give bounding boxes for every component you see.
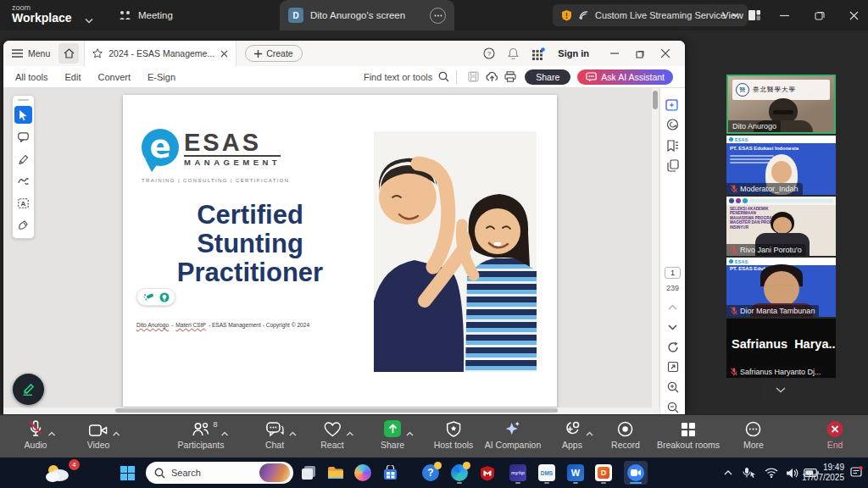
page-thumbnails-button[interactable] [664, 158, 682, 173]
nav-all-tools[interactable]: All tools [15, 72, 48, 82]
copilot-button[interactable] [351, 461, 375, 485]
save-button[interactable] [464, 69, 482, 86]
live-streaming-pill[interactable]: Custom Live Streaming Service [553, 4, 748, 26]
bookmarks-panel-button[interactable] [664, 138, 682, 152]
task-view-button[interactable] [297, 461, 320, 485]
brand-chevron-down-icon[interactable] [85, 12, 93, 27]
fit-page-button[interactable] [664, 360, 682, 374]
nav-convert[interactable]: Convert [98, 72, 131, 82]
myhp-button[interactable]: myhp [506, 461, 530, 485]
microsoft-store-button[interactable] [378, 461, 402, 485]
start-button[interactable] [115, 461, 139, 485]
tab-shared-screen[interactable]: D Dito Anurogo's screen [280, 0, 454, 30]
chat-button[interactable]: Chat [265, 419, 284, 450]
fill-sign-tool-button[interactable] [14, 216, 32, 234]
video-tile-moderator[interactable]: ESAS PT. ESAS Edukasi Indonesia Moderato… [726, 136, 836, 195]
ask-ai-assistant-button[interactable]: Ask AI Assistant [577, 69, 673, 85]
nav-esign[interactable]: E-Sign [147, 72, 175, 82]
ai-companion-button[interactable]: AI Companion [485, 419, 542, 450]
highlight-tool-button[interactable] [14, 150, 32, 168]
notification-center-button[interactable] [850, 466, 863, 479]
help-icon[interactable]: ? [483, 47, 495, 59]
zoom-in-button[interactable] [664, 380, 682, 395]
acrobat-close-button[interactable] [653, 41, 678, 66]
acrobat-share-button[interactable]: Share [525, 69, 570, 85]
draw-tool-button[interactable] [14, 172, 32, 190]
comment-tool-button[interactable] [14, 128, 32, 146]
acrobat-minimize-button[interactable] [602, 41, 627, 66]
window-close-button[interactable] [839, 0, 868, 30]
end-meeting-button[interactable]: End [827, 419, 843, 450]
rotate-page-button[interactable] [664, 341, 682, 355]
find-text-field[interactable]: Find text or tools [364, 71, 449, 82]
video-tile-safrianus[interactable]: Safrianus Harya... Safrianus Haryanto Dj… [726, 319, 836, 378]
participants-button[interactable]: 8 Participants [178, 419, 225, 450]
search-daily-image[interactable] [259, 463, 290, 482]
edge-browser-button[interactable] [448, 461, 471, 485]
select-tool-button[interactable] [14, 106, 32, 124]
collapse-video-strip-button[interactable] [761, 380, 800, 401]
comments-panel-button[interactable] [664, 119, 682, 133]
dms-button[interactable]: DMS [535, 461, 559, 485]
host-tools-button[interactable]: Host tools [434, 419, 474, 450]
vertical-scrollbar-thumb[interactable] [653, 91, 658, 109]
tab-close-icon[interactable] [220, 50, 228, 58]
tab-meeting[interactable]: Meeting [108, 0, 183, 30]
taskbar-clock[interactable]: 19:49 17/07/2025 [802, 463, 844, 483]
more-button[interactable]: More [743, 419, 764, 450]
breakout-rooms-button[interactable]: Breakout rooms [657, 419, 720, 450]
video-tile-dior[interactable]: ESAS PT. ESAS Edukasi Ind Dior Manta Tam… [726, 258, 836, 317]
zoom-out-button[interactable] [664, 400, 682, 414]
zoom-annotate-button[interactable] [13, 374, 44, 405]
acrobat-document-tab[interactable]: 2024 - ESAS Manageme... [84, 41, 236, 66]
nav-edit[interactable]: Edit [65, 72, 81, 82]
chat-options-chevron[interactable] [289, 424, 297, 440]
sign-in-button[interactable]: Sign in [558, 48, 589, 58]
get-help-button[interactable]: ? [419, 461, 442, 485]
apps-options-chevron[interactable] [586, 424, 593, 440]
media-app-button[interactable]: D [592, 461, 615, 485]
add-text-tool-button[interactable]: A [14, 194, 32, 212]
react-button[interactable]: React [320, 419, 343, 450]
react-options-chevron[interactable] [346, 424, 353, 440]
taskbar-search-box[interactable]: Search [146, 462, 293, 484]
tray-volume-icon[interactable] [786, 458, 798, 488]
acrobat-menu-button[interactable]: Menu [3, 48, 58, 58]
taskbar-weather-widget[interactable]: 4 [44, 462, 78, 485]
window-minimize-button[interactable] [770, 0, 798, 30]
tray-wifi-icon[interactable] [765, 458, 778, 488]
tray-mic-indicator[interactable] [743, 458, 756, 488]
window-restore-button[interactable] [805, 0, 834, 30]
video-button[interactable]: Video [87, 419, 110, 450]
acrobat-quick-actions-chip[interactable] [136, 288, 175, 306]
record-button[interactable]: Record [611, 419, 640, 450]
horizontal-scrollbar[interactable] [3, 408, 659, 414]
video-tile-rivo[interactable]: SELEKSI AKADEMIK PENERIMAAN MAHASISWA PR… [726, 197, 836, 256]
current-page-input[interactable]: 1 [665, 267, 681, 279]
horizontal-scrollbar-thumb[interactable] [115, 408, 558, 413]
print-button[interactable] [501, 69, 520, 86]
ai-assistant-panel-button[interactable] [664, 98, 682, 113]
zoom-app-button[interactable] [624, 461, 648, 485]
audio-options-chevron[interactable] [47, 424, 55, 440]
apps-grid-icon[interactable] [531, 47, 545, 60]
video-tile-dito[interactable]: 醫 臺北醫學大學 Dito Anurogo [726, 75, 836, 134]
vertical-scrollbar[interactable] [652, 88, 659, 408]
acrobat-home-button[interactable] [58, 43, 79, 64]
word-button[interactable]: W [564, 461, 587, 485]
next-page-button[interactable] [664, 320, 682, 335]
tray-chevron-button[interactable] [724, 458, 732, 488]
participants-options-chevron[interactable] [220, 424, 228, 440]
mcafee-button[interactable] [476, 461, 499, 485]
file-explorer-button[interactable] [324, 461, 348, 485]
apps-button[interactable]: Apps [562, 419, 582, 450]
view-button[interactable]: View [722, 0, 760, 30]
share-screen-button[interactable]: Share [381, 419, 404, 450]
share-options-chevron[interactable] [406, 424, 414, 440]
create-button[interactable]: Create [245, 45, 303, 62]
previous-page-button[interactable] [664, 300, 682, 314]
upload-cloud-button[interactable] [482, 69, 501, 86]
video-options-chevron[interactable] [113, 424, 120, 440]
share-tab-more-icon[interactable] [430, 8, 446, 24]
audio-button[interactable]: Audio [25, 419, 47, 450]
